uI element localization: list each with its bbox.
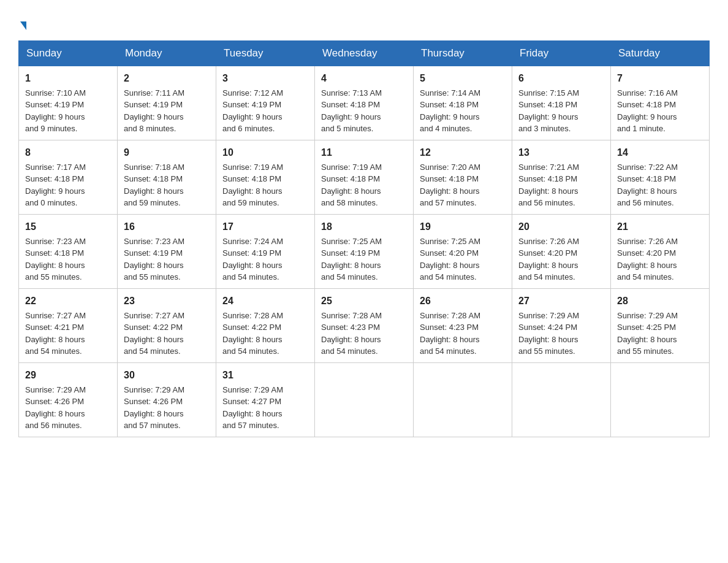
day-number: 12 <box>420 145 506 160</box>
day-number: 19 <box>420 220 506 234</box>
day-info: Sunrise: 7:25 AMSunset: 4:19 PMDaylight:… <box>321 237 382 282</box>
day-info: Sunrise: 7:23 AMSunset: 4:19 PMDaylight:… <box>124 237 184 282</box>
calendar-cell: 11Sunrise: 7:19 AMSunset: 4:18 PMDayligh… <box>315 140 414 214</box>
day-info: Sunrise: 7:27 AMSunset: 4:22 PMDaylight:… <box>124 311 184 356</box>
day-info: Sunrise: 7:13 AMSunset: 4:18 PMDaylight:… <box>321 88 382 134</box>
day-number: 7 <box>617 71 703 86</box>
calendar-cell: 30Sunrise: 7:29 AMSunset: 4:26 PMDayligh… <box>118 362 216 437</box>
calendar-cell: 7Sunrise: 7:16 AMSunset: 4:18 PMDaylight… <box>611 66 710 140</box>
calendar-cell: 18Sunrise: 7:25 AMSunset: 4:19 PMDayligh… <box>315 214 414 288</box>
week-row-5: 29Sunrise: 7:29 AMSunset: 4:26 PMDayligh… <box>19 362 710 437</box>
day-info: Sunrise: 7:29 AMSunset: 4:27 PMDaylight:… <box>222 385 283 431</box>
day-info: Sunrise: 7:19 AMSunset: 4:18 PMDaylight:… <box>222 163 283 208</box>
day-info: Sunrise: 7:29 AMSunset: 4:26 PMDaylight:… <box>124 385 184 431</box>
day-number: 16 <box>124 220 210 234</box>
calendar-cell: 31Sunrise: 7:29 AMSunset: 4:27 PMDayligh… <box>216 362 315 437</box>
calendar-cell: 26Sunrise: 7:28 AMSunset: 4:23 PMDayligh… <box>414 288 512 362</box>
day-info: Sunrise: 7:23 AMSunset: 4:18 PMDaylight:… <box>25 237 86 282</box>
day-info: Sunrise: 7:16 AMSunset: 4:18 PMDaylight:… <box>617 88 678 134</box>
calendar-cell: 13Sunrise: 7:21 AMSunset: 4:18 PMDayligh… <box>512 140 611 214</box>
calendar-cell: 1Sunrise: 7:10 AMSunset: 4:19 PMDaylight… <box>19 66 118 140</box>
day-number: 17 <box>222 220 308 234</box>
day-number: 9 <box>124 145 210 160</box>
day-info: Sunrise: 7:15 AMSunset: 4:18 PMDaylight:… <box>518 88 579 134</box>
day-of-week-sunday: Sunday <box>19 40 118 66</box>
day-info: Sunrise: 7:28 AMSunset: 4:23 PMDaylight:… <box>420 311 480 356</box>
calendar-cell: 5Sunrise: 7:14 AMSunset: 4:18 PMDaylight… <box>414 66 512 140</box>
day-of-week-saturday: Saturday <box>611 40 710 66</box>
day-number: 22 <box>25 294 111 308</box>
calendar-cell <box>414 362 512 437</box>
day-info: Sunrise: 7:26 AMSunset: 4:20 PMDaylight:… <box>617 237 678 282</box>
day-info: Sunrise: 7:29 AMSunset: 4:25 PMDaylight:… <box>617 311 678 356</box>
calendar-cell: 23Sunrise: 7:27 AMSunset: 4:22 PMDayligh… <box>118 288 216 362</box>
calendar-cell: 14Sunrise: 7:22 AMSunset: 4:18 PMDayligh… <box>611 140 710 214</box>
day-number: 15 <box>25 220 111 234</box>
calendar-cell: 20Sunrise: 7:26 AMSunset: 4:20 PMDayligh… <box>512 214 611 288</box>
calendar-cell: 17Sunrise: 7:24 AMSunset: 4:19 PMDayligh… <box>216 214 315 288</box>
logo <box>18 12 26 34</box>
day-number: 24 <box>222 294 308 308</box>
calendar-cell: 15Sunrise: 7:23 AMSunset: 4:18 PMDayligh… <box>19 214 118 288</box>
day-info: Sunrise: 7:22 AMSunset: 4:18 PMDaylight:… <box>617 163 678 208</box>
day-info: Sunrise: 7:21 AMSunset: 4:18 PMDaylight:… <box>518 163 579 208</box>
calendar-cell: 24Sunrise: 7:28 AMSunset: 4:22 PMDayligh… <box>216 288 315 362</box>
calendar-cell: 27Sunrise: 7:29 AMSunset: 4:24 PMDayligh… <box>512 288 611 362</box>
calendar-cell <box>315 362 414 437</box>
day-number: 13 <box>518 145 604 160</box>
day-info: Sunrise: 7:25 AMSunset: 4:20 PMDaylight:… <box>420 237 480 282</box>
calendar-cell: 9Sunrise: 7:18 AMSunset: 4:18 PMDaylight… <box>118 140 216 214</box>
day-info: Sunrise: 7:27 AMSunset: 4:21 PMDaylight:… <box>25 311 86 356</box>
week-row-3: 15Sunrise: 7:23 AMSunset: 4:18 PMDayligh… <box>19 214 710 288</box>
day-number: 23 <box>124 294 210 308</box>
day-number: 18 <box>321 220 407 234</box>
day-info: Sunrise: 7:11 AMSunset: 4:19 PMDaylight:… <box>124 88 184 134</box>
calendar-cell <box>512 362 611 437</box>
calendar-table: SundayMondayTuesdayWednesdayThursdayFrid… <box>18 40 710 437</box>
day-number: 29 <box>25 368 111 383</box>
calendar-cell: 6Sunrise: 7:15 AMSunset: 4:18 PMDaylight… <box>512 66 611 140</box>
calendar-header: SundayMondayTuesdayWednesdayThursdayFrid… <box>19 40 710 66</box>
days-of-week-row: SundayMondayTuesdayWednesdayThursdayFrid… <box>19 40 710 66</box>
day-number: 14 <box>617 145 703 160</box>
week-row-2: 8Sunrise: 7:17 AMSunset: 4:18 PMDaylight… <box>19 140 710 214</box>
day-info: Sunrise: 7:24 AMSunset: 4:19 PMDaylight:… <box>222 237 283 282</box>
calendar-body: 1Sunrise: 7:10 AMSunset: 4:19 PMDaylight… <box>19 66 710 437</box>
day-number: 1 <box>25 71 111 86</box>
day-number: 10 <box>222 145 308 160</box>
week-row-4: 22Sunrise: 7:27 AMSunset: 4:21 PMDayligh… <box>19 288 710 362</box>
day-number: 28 <box>617 294 703 308</box>
day-number: 5 <box>420 71 506 86</box>
day-info: Sunrise: 7:10 AMSunset: 4:19 PMDaylight:… <box>25 88 86 134</box>
day-info: Sunrise: 7:20 AMSunset: 4:18 PMDaylight:… <box>420 163 480 208</box>
calendar-cell: 4Sunrise: 7:13 AMSunset: 4:18 PMDaylight… <box>315 66 414 140</box>
calendar-cell: 3Sunrise: 7:12 AMSunset: 4:19 PMDaylight… <box>216 66 315 140</box>
calendar-cell: 22Sunrise: 7:27 AMSunset: 4:21 PMDayligh… <box>19 288 118 362</box>
day-number: 31 <box>222 368 308 383</box>
day-number: 6 <box>518 71 604 86</box>
day-info: Sunrise: 7:18 AMSunset: 4:18 PMDaylight:… <box>124 163 184 208</box>
day-of-week-thursday: Thursday <box>414 40 512 66</box>
day-info: Sunrise: 7:28 AMSunset: 4:22 PMDaylight:… <box>222 311 283 356</box>
day-info: Sunrise: 7:12 AMSunset: 4:19 PMDaylight:… <box>222 88 283 134</box>
day-of-week-tuesday: Tuesday <box>216 40 315 66</box>
calendar-cell <box>611 362 710 437</box>
day-number: 11 <box>321 145 407 160</box>
day-number: 8 <box>25 145 111 160</box>
logo-top-line <box>18 15 26 34</box>
calendar-cell: 29Sunrise: 7:29 AMSunset: 4:26 PMDayligh… <box>19 362 118 437</box>
day-number: 26 <box>420 294 506 308</box>
day-of-week-wednesday: Wednesday <box>315 40 414 66</box>
calendar-cell: 2Sunrise: 7:11 AMSunset: 4:19 PMDaylight… <box>118 66 216 140</box>
day-info: Sunrise: 7:29 AMSunset: 4:26 PMDaylight:… <box>25 385 86 431</box>
day-info: Sunrise: 7:19 AMSunset: 4:18 PMDaylight:… <box>321 163 382 208</box>
page-header <box>18 12 710 34</box>
calendar-cell: 16Sunrise: 7:23 AMSunset: 4:19 PMDayligh… <box>118 214 216 288</box>
calendar-cell: 10Sunrise: 7:19 AMSunset: 4:18 PMDayligh… <box>216 140 315 214</box>
week-row-1: 1Sunrise: 7:10 AMSunset: 4:19 PMDaylight… <box>19 66 710 140</box>
logo-triangle-icon <box>20 21 26 30</box>
day-info: Sunrise: 7:17 AMSunset: 4:18 PMDaylight:… <box>25 163 86 208</box>
day-info: Sunrise: 7:28 AMSunset: 4:23 PMDaylight:… <box>321 311 382 356</box>
day-of-week-monday: Monday <box>118 40 216 66</box>
day-info: Sunrise: 7:14 AMSunset: 4:18 PMDaylight:… <box>420 88 480 134</box>
